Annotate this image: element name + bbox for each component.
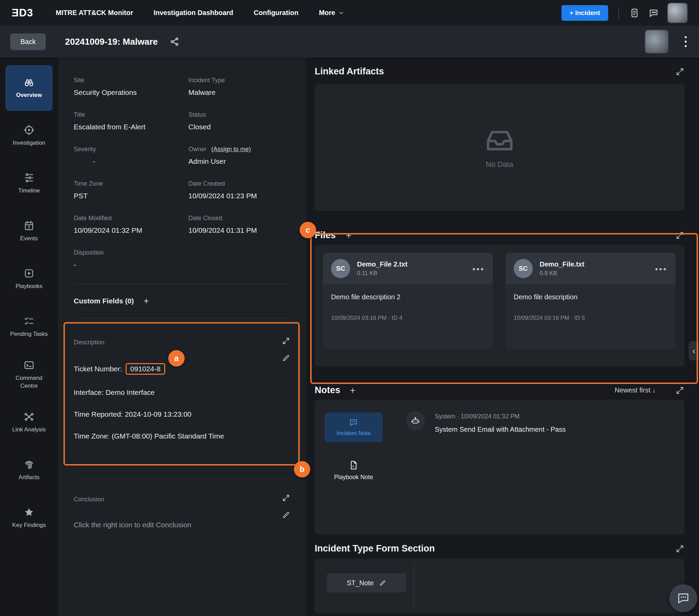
nav-configuration[interactable]: Configuration	[254, 9, 298, 17]
star-icon	[24, 507, 35, 518]
file-name: Demo_File.txt	[540, 260, 584, 268]
field-time-zone: Time Zone PST	[74, 180, 188, 215]
terminal-icon	[24, 360, 35, 371]
custom-fields-section: Custom Fields (0) +	[74, 284, 290, 318]
no-data-label: No Data	[486, 160, 513, 169]
annotation-callout-c: c	[300, 222, 316, 238]
nav-mitre-attack-monitor[interactable]: MITRE ATT&CK Monitor	[56, 9, 133, 17]
form-section-header: Incident Type Form Section	[315, 543, 684, 554]
edit-description-icon[interactable]	[282, 354, 290, 362]
file-menu-icon[interactable]: ●●●	[472, 266, 485, 272]
field-severity: Severity -	[74, 146, 188, 180]
expand-form-section-icon[interactable]	[675, 544, 684, 553]
incident-note-tab[interactable]: Incident Note	[325, 412, 383, 442]
field-date-created: Date Created 10/09/2024 01:23 PM	[188, 180, 290, 215]
files-header: Files +	[315, 230, 684, 240]
fingerprint-icon	[24, 459, 35, 470]
form-divider	[414, 563, 414, 609]
chat-fab-button[interactable]	[669, 584, 697, 612]
annotation-callout-a: a	[168, 350, 185, 367]
sidebar-item-overview[interactable]: Overview	[5, 65, 53, 111]
custom-fields-label: Custom Fields (0)	[74, 297, 134, 305]
expand-linked-artifacts-icon[interactable]	[675, 67, 684, 76]
top-nav: ƎD3 MITRE ATT&CK Monitor Investigation D…	[0, 0, 699, 26]
description-line: Time Zone: (GMT-08:00) Pacific Standard …	[74, 432, 290, 440]
expand-conclusion-icon[interactable]	[282, 494, 290, 502]
add-file-button[interactable]: +	[346, 231, 352, 240]
nav-more[interactable]: More	[319, 9, 344, 17]
add-note-button[interactable]: +	[350, 385, 355, 395]
file-description: Demo file description	[514, 293, 667, 301]
conclusion-section: Conclusion Click the right icon to edit …	[74, 478, 290, 616]
file-card[interactable]: SC Demo_File 2.txt 0.11 KB ●●● Demo file…	[323, 253, 493, 350]
assign-to-me-link[interactable]: (Assign to me)	[211, 146, 251, 153]
binoculars-icon	[24, 77, 35, 88]
collapse-panel-arrow[interactable]: ‹	[689, 341, 699, 361]
field-date-modified: Date Modified 10/09/2024 01:32 PM	[74, 215, 188, 249]
playbook-note-tab[interactable]: Playbook Note	[325, 460, 383, 481]
files-panel: SC Demo_File 2.txt 0.11 KB ●●● Demo file…	[315, 245, 684, 367]
sidebar-item-command-centre[interactable]: Command Centre	[5, 352, 53, 397]
share-icon[interactable]	[170, 37, 180, 47]
linked-artifacts-header: Linked Artifacts	[315, 66, 684, 77]
field-date-closed: Date Closed 10/09/2024 01:31 PM	[188, 215, 290, 249]
chat-icon[interactable]	[648, 8, 659, 18]
ticket-number-highlight: 091024-8	[126, 363, 166, 375]
top-nav-items: MITRE ATT&CK Monitor Investigation Dashb…	[56, 9, 344, 17]
file-owner-avatar: SC	[331, 259, 350, 278]
sidebar-item-key-findings[interactable]: Key Findings	[5, 495, 53, 541]
file-owner-avatar: SC	[514, 259, 533, 278]
nav-investigation-dashboard[interactable]: Investigation Dashboard	[154, 9, 233, 17]
nav-divider	[618, 7, 619, 19]
note-meta: System · 10/09/2024 01:32 PM	[435, 413, 566, 420]
sidebar-item-investigation[interactable]: Investigation	[5, 113, 53, 159]
left-sidebar: Overview Investigation Timeline Events P…	[0, 58, 58, 616]
expand-notes-icon[interactable]	[675, 386, 684, 395]
sidebar-item-link-analysis[interactable]: Link Analysis	[5, 399, 53, 445]
file-menu-icon[interactable]: ●●●	[655, 266, 667, 272]
files-title: Files	[315, 230, 336, 240]
more-options-icon[interactable]	[683, 34, 689, 49]
sidebar-item-pending-tasks[interactable]: Pending Tasks	[5, 304, 53, 350]
note-entry: System · 10/09/2024 01:32 PM System Send…	[406, 411, 566, 433]
description-label: Description	[74, 339, 290, 346]
owner-avatar[interactable]	[645, 30, 668, 53]
back-button[interactable]: Back	[10, 34, 46, 50]
file-meta: 10/09/2024 03:16 PM · ID 4	[331, 315, 485, 322]
conclusion-label: Conclusion	[74, 496, 290, 503]
description-ticket-line: Ticket Number:091024-8	[74, 363, 290, 375]
target-icon	[24, 124, 35, 135]
notes-sort-control[interactable]: Newest first ↓	[615, 386, 656, 394]
field-status: Status Closed	[188, 111, 290, 146]
expand-files-icon[interactable]	[675, 231, 684, 240]
conclusion-placeholder: Click the right icon to edit Conclusion	[74, 521, 290, 529]
incident-fields: Site Security Operations Incident Type M…	[74, 77, 290, 284]
notes-panel: Incident Note Playbook Note System · 10/…	[315, 399, 684, 535]
empty-inbox-icon	[483, 126, 516, 153]
sidebar-item-playbooks[interactable]: Playbooks	[5, 256, 53, 302]
sidebar-item-events[interactable]: Events	[5, 209, 53, 254]
form-section-title: Incident Type Form Section	[315, 543, 435, 554]
sidebar-item-artifacts[interactable]: Artifacts	[5, 447, 53, 493]
playbook-note-icon	[348, 460, 359, 470]
description-section: Description Ticket Number:091024-8 Inter…	[74, 318, 290, 478]
incident-title: 20241009-19: Malware	[65, 37, 158, 47]
form-section-panel: ST_Note	[315, 559, 684, 613]
st-note-button[interactable]: ST_Note	[327, 573, 406, 592]
network-icon	[24, 411, 35, 422]
add-custom-field-button[interactable]: +	[143, 296, 149, 306]
file-card[interactable]: SC Demo_File.txt 0.9 KB ●●● Demo file de…	[505, 253, 675, 350]
timeline-icon	[24, 172, 35, 183]
d3-logo[interactable]: ƎD3	[12, 7, 33, 19]
file-description: Demo file description 2	[331, 293, 485, 301]
file-size: 0.11 KB	[357, 270, 408, 277]
report-icon[interactable]	[629, 8, 639, 18]
expand-description-icon[interactable]	[282, 337, 290, 345]
edit-conclusion-icon[interactable]	[282, 511, 290, 519]
field-site: Site Security Operations	[74, 77, 188, 111]
description-line: Time Reported: 2024-10-09 13:23:00	[74, 410, 290, 418]
user-avatar[interactable]	[668, 3, 687, 23]
sidebar-item-timeline[interactable]: Timeline	[5, 161, 53, 207]
new-incident-button[interactable]: + Incident	[562, 5, 608, 21]
edit-icon	[379, 579, 386, 586]
